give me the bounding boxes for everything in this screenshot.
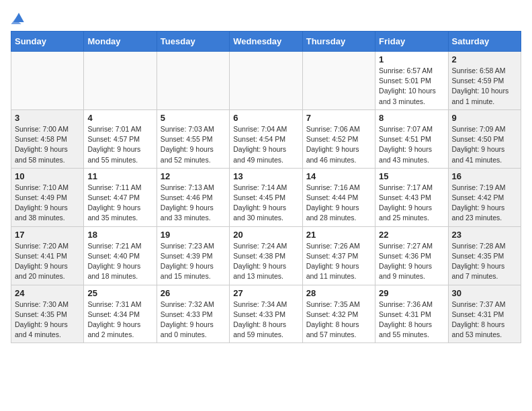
day-number: 8 xyxy=(379,113,444,123)
calendar-cell: 10Sunrise: 7:10 AM Sunset: 4:49 PM Dayli… xyxy=(11,168,84,226)
column-header-monday: Monday xyxy=(84,32,157,52)
day-number: 27 xyxy=(233,288,298,298)
day-info: Sunrise: 7:28 AM Sunset: 4:35 PM Dayligh… xyxy=(452,241,517,282)
calendar-cell xyxy=(84,52,157,110)
day-number: 26 xyxy=(161,288,226,298)
day-info: Sunrise: 7:00 AM Sunset: 4:58 PM Dayligh… xyxy=(15,124,80,165)
day-info: Sunrise: 7:24 AM Sunset: 4:38 PM Dayligh… xyxy=(233,241,298,282)
page-header xyxy=(11,11,521,24)
day-info: Sunrise: 7:31 AM Sunset: 4:34 PM Dayligh… xyxy=(87,300,152,340)
calendar-cell: 3Sunrise: 7:00 AM Sunset: 4:58 PM Daylig… xyxy=(11,109,84,168)
calendar-cell: 5Sunrise: 7:03 AM Sunset: 4:55 PM Daylig… xyxy=(157,109,229,168)
day-info: Sunrise: 7:11 AM Sunset: 4:47 PM Dayligh… xyxy=(87,183,152,224)
day-number: 4 xyxy=(87,113,152,123)
calendar-cell: 4Sunrise: 7:01 AM Sunset: 4:57 PM Daylig… xyxy=(84,109,157,168)
day-info: Sunrise: 7:03 AM Sunset: 4:55 PM Dayligh… xyxy=(161,124,226,165)
day-info: Sunrise: 7:09 AM Sunset: 4:50 PM Dayligh… xyxy=(452,124,517,165)
day-info: Sunrise: 7:36 AM Sunset: 4:31 PM Dayligh… xyxy=(379,300,444,340)
day-info: Sunrise: 7:04 AM Sunset: 4:54 PM Dayligh… xyxy=(233,124,298,165)
day-info: Sunrise: 7:23 AM Sunset: 4:39 PM Dayligh… xyxy=(161,241,226,282)
calendar-cell: 20Sunrise: 7:24 AM Sunset: 4:38 PM Dayli… xyxy=(230,226,302,285)
day-number: 6 xyxy=(233,113,298,123)
day-info: Sunrise: 7:35 AM Sunset: 4:32 PM Dayligh… xyxy=(306,300,371,340)
day-number: 21 xyxy=(306,230,371,240)
calendar-week-3: 10Sunrise: 7:10 AM Sunset: 4:49 PM Dayli… xyxy=(11,168,521,226)
calendar-cell: 30Sunrise: 7:37 AM Sunset: 4:31 PM Dayli… xyxy=(448,285,521,343)
day-number: 16 xyxy=(452,171,517,181)
day-info: Sunrise: 7:30 AM Sunset: 4:35 PM Dayligh… xyxy=(15,300,80,340)
calendar-cell: 28Sunrise: 7:35 AM Sunset: 4:32 PM Dayli… xyxy=(302,285,375,343)
day-info: Sunrise: 7:06 AM Sunset: 4:52 PM Dayligh… xyxy=(306,124,371,165)
calendar-cell: 23Sunrise: 7:28 AM Sunset: 4:35 PM Dayli… xyxy=(448,226,521,285)
calendar-cell: 17Sunrise: 7:20 AM Sunset: 4:41 PM Dayli… xyxy=(11,226,84,285)
day-number: 25 xyxy=(87,288,152,298)
calendar-cell: 11Sunrise: 7:11 AM Sunset: 4:47 PM Dayli… xyxy=(84,168,157,226)
calendar-cell: 24Sunrise: 7:30 AM Sunset: 4:35 PM Dayli… xyxy=(11,285,84,343)
day-number: 7 xyxy=(306,113,371,123)
day-info: Sunrise: 7:16 AM Sunset: 4:44 PM Dayligh… xyxy=(306,183,371,224)
calendar-cell: 15Sunrise: 7:17 AM Sunset: 4:43 PM Dayli… xyxy=(375,168,448,226)
calendar-cell: 25Sunrise: 7:31 AM Sunset: 4:34 PM Dayli… xyxy=(84,285,157,343)
calendar-cell: 7Sunrise: 7:06 AM Sunset: 4:52 PM Daylig… xyxy=(302,109,375,168)
logo-icon xyxy=(11,11,27,24)
day-number: 5 xyxy=(161,113,226,123)
day-number: 28 xyxy=(306,288,371,298)
day-number: 24 xyxy=(15,288,80,298)
calendar-week-2: 3Sunrise: 7:00 AM Sunset: 4:58 PM Daylig… xyxy=(11,109,521,168)
day-number: 2 xyxy=(452,54,517,64)
calendar-cell: 14Sunrise: 7:16 AM Sunset: 4:44 PM Dayli… xyxy=(302,168,375,226)
day-number: 30 xyxy=(452,288,517,298)
day-info: Sunrise: 7:21 AM Sunset: 4:40 PM Dayligh… xyxy=(87,241,152,282)
column-header-wednesday: Wednesday xyxy=(230,32,302,52)
calendar-week-4: 17Sunrise: 7:20 AM Sunset: 4:41 PM Dayli… xyxy=(11,226,521,285)
day-number: 10 xyxy=(15,171,80,181)
calendar-week-5: 24Sunrise: 7:30 AM Sunset: 4:35 PM Dayli… xyxy=(11,285,521,343)
calendar-cell xyxy=(230,52,302,110)
calendar-cell: 9Sunrise: 7:09 AM Sunset: 4:50 PM Daylig… xyxy=(448,109,521,168)
calendar-cell xyxy=(157,52,229,110)
calendar-cell: 12Sunrise: 7:13 AM Sunset: 4:46 PM Dayli… xyxy=(157,168,229,226)
day-info: Sunrise: 7:10 AM Sunset: 4:49 PM Dayligh… xyxy=(15,183,80,224)
calendar-cell: 6Sunrise: 7:04 AM Sunset: 4:54 PM Daylig… xyxy=(230,109,302,168)
day-number: 20 xyxy=(233,230,298,240)
day-info: Sunrise: 7:37 AM Sunset: 4:31 PM Dayligh… xyxy=(452,300,517,340)
day-number: 1 xyxy=(379,54,444,64)
day-number: 14 xyxy=(306,171,371,181)
calendar-cell: 27Sunrise: 7:34 AM Sunset: 4:33 PM Dayli… xyxy=(230,285,302,343)
day-number: 18 xyxy=(87,230,152,240)
day-number: 11 xyxy=(87,171,152,181)
day-number: 15 xyxy=(379,171,444,181)
calendar-cell: 22Sunrise: 7:27 AM Sunset: 4:36 PM Dayli… xyxy=(375,226,448,285)
column-header-thursday: Thursday xyxy=(302,32,375,52)
column-header-friday: Friday xyxy=(375,32,448,52)
day-number: 19 xyxy=(161,230,226,240)
day-number: 12 xyxy=(161,171,226,181)
calendar-cell xyxy=(11,52,84,110)
day-number: 29 xyxy=(379,288,444,298)
day-number: 9 xyxy=(452,113,517,123)
day-number: 13 xyxy=(233,171,298,181)
calendar-cell: 16Sunrise: 7:19 AM Sunset: 4:42 PM Dayli… xyxy=(448,168,521,226)
logo xyxy=(11,11,30,24)
day-info: Sunrise: 7:20 AM Sunset: 4:41 PM Dayligh… xyxy=(15,241,80,282)
calendar-cell: 21Sunrise: 7:26 AM Sunset: 4:37 PM Dayli… xyxy=(302,226,375,285)
calendar-cell xyxy=(302,52,375,110)
calendar-cell: 8Sunrise: 7:07 AM Sunset: 4:51 PM Daylig… xyxy=(375,109,448,168)
day-info: Sunrise: 7:19 AM Sunset: 4:42 PM Dayligh… xyxy=(452,183,517,224)
calendar-table: SundayMondayTuesdayWednesdayThursdayFrid… xyxy=(11,31,521,343)
day-info: Sunrise: 6:57 AM Sunset: 5:01 PM Dayligh… xyxy=(379,66,444,107)
day-number: 17 xyxy=(15,230,80,240)
calendar-cell: 13Sunrise: 7:14 AM Sunset: 4:45 PM Dayli… xyxy=(230,168,302,226)
day-number: 22 xyxy=(379,230,444,240)
calendar-cell: 26Sunrise: 7:32 AM Sunset: 4:33 PM Dayli… xyxy=(157,285,229,343)
day-number: 3 xyxy=(15,113,80,123)
calendar-cell: 1Sunrise: 6:57 AM Sunset: 5:01 PM Daylig… xyxy=(375,52,448,110)
calendar-cell: 2Sunrise: 6:58 AM Sunset: 4:59 PM Daylig… xyxy=(448,52,521,110)
column-header-sunday: Sunday xyxy=(11,32,84,52)
day-info: Sunrise: 6:58 AM Sunset: 4:59 PM Dayligh… xyxy=(452,66,517,107)
column-header-saturday: Saturday xyxy=(448,32,521,52)
day-info: Sunrise: 7:17 AM Sunset: 4:43 PM Dayligh… xyxy=(379,183,444,224)
calendar-cell: 18Sunrise: 7:21 AM Sunset: 4:40 PM Dayli… xyxy=(84,226,157,285)
calendar-cell: 29Sunrise: 7:36 AM Sunset: 4:31 PM Dayli… xyxy=(375,285,448,343)
calendar-cell: 19Sunrise: 7:23 AM Sunset: 4:39 PM Dayli… xyxy=(157,226,229,285)
